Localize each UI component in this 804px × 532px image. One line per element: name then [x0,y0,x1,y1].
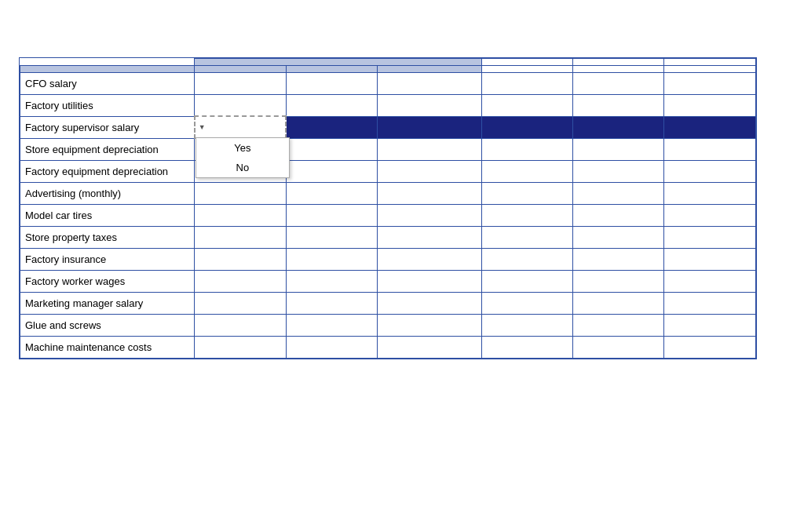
select-period-cost[interactable]: YesNo [481,314,572,336]
select-variable-cost[interactable]: YesNo [573,270,664,292]
select-period-cost[interactable]: YesNo [481,182,572,204]
select-input-direct-labor[interactable]: YesNo [287,293,377,314]
select-input-direct-materials[interactable]: YesNo [195,293,285,314]
select-input-fixed-cost[interactable]: YesNo [664,205,755,226]
select-input-fixed-cost[interactable]: YesNo [664,161,755,182]
select-input-variable-cost[interactable]: YesNo [573,73,663,94]
select-input-variable-cost[interactable]: YesNo [573,271,663,292]
select-period-cost[interactable]: YesNo [481,248,572,270]
select-direct-labor[interactable]: YesNo [286,204,377,226]
select-input-manufacturing-overhead[interactable]: YesNo [378,139,481,160]
select-input-manufacturing-overhead[interactable]: YesNo [378,183,481,204]
select-input-direct-materials[interactable]: YesNo [195,183,285,204]
select-fixed-cost[interactable] [664,116,756,138]
select-variable-cost[interactable]: YesNo [573,160,664,182]
select-input-period-cost[interactable]: YesNo [482,183,572,204]
select-input-variable-cost[interactable]: YesNo [573,139,663,160]
select-input-direct-materials[interactable]: YesNo [195,337,285,358]
select-direct-materials[interactable]: YesNo [195,336,286,358]
select-input-direct-labor[interactable]: YesNo [287,73,377,94]
select-input-manufacturing-overhead[interactable]: YesNo [378,227,481,248]
select-input-direct-labor[interactable]: YesNo [287,139,377,160]
select-fixed-cost[interactable]: YesNo [664,248,756,270]
select-direct-labor[interactable]: YesNo [286,94,377,116]
select-input-fixed-cost[interactable]: YesNo [664,183,755,204]
select-input-fixed-cost[interactable]: YesNo [664,315,755,336]
select-manufacturing-overhead[interactable]: YesNo [378,270,481,292]
select-direct-materials[interactable]: YesNo [195,94,286,116]
select-period-cost[interactable]: YesNo [481,270,572,292]
select-input-period-cost[interactable]: YesNo [482,293,572,314]
select-input-variable-cost[interactable]: YesNo [573,337,663,358]
select-direct-labor[interactable]: YesNo [286,138,377,160]
select-manufacturing-overhead[interactable] [378,116,481,138]
select-input-period-cost[interactable]: YesNo [482,249,572,270]
select-input-fixed-cost[interactable]: YesNo [664,73,755,94]
select-direct-materials[interactable]: YesNo [195,314,286,336]
select-input-variable-cost[interactable]: YesNo [573,95,663,116]
dropdown-option-yes[interactable]: Yes [196,138,289,158]
select-manufacturing-overhead[interactable]: YesNo [378,138,481,160]
select-input-direct-labor[interactable]: YesNo [287,227,377,248]
select-input-period-cost[interactable]: YesNo [482,95,572,116]
select-input-manufacturing-overhead[interactable]: YesNo [378,271,481,292]
select-input-period-cost[interactable]: YesNo [482,205,572,226]
select-variable-cost[interactable] [573,116,664,138]
select-input-direct-labor[interactable]: YesNo [287,183,377,204]
select-input-period-cost[interactable]: YesNo [482,73,572,94]
select-input-manufacturing-overhead[interactable]: YesNo [378,315,481,336]
select-direct-labor[interactable]: YesNo [286,248,377,270]
select-variable-cost[interactable]: YesNo [573,226,664,248]
select-fixed-cost[interactable]: YesNo [664,336,756,358]
select-input-direct-materials[interactable]: YesNo [195,227,285,248]
select-input-manufacturing-overhead[interactable]: YesNo [378,337,481,358]
select-direct-labor[interactable]: YesNo [286,182,377,204]
select-direct-labor[interactable]: YesNo [286,336,377,358]
select-direct-labor[interactable]: YesNo [286,72,377,94]
select-variable-cost[interactable]: YesNo [573,138,664,160]
select-input-period-cost[interactable]: YesNo [482,139,572,160]
select-input-direct-materials[interactable]: YesNo [195,95,285,116]
select-direct-labor[interactable]: YesNo [286,314,377,336]
select-fixed-cost[interactable]: YesNo [664,292,756,314]
select-input-direct-materials[interactable]: YesNo [195,249,285,270]
select-period-cost[interactable]: YesNo [481,204,572,226]
select-variable-cost[interactable]: YesNo [573,94,664,116]
select-input-fixed-cost[interactable]: YesNo [664,271,755,292]
select-input-direct-labor[interactable]: YesNo [287,337,377,358]
select-input-fixed-cost[interactable]: YesNo [664,95,755,116]
select-input-variable-cost[interactable]: YesNo [573,293,663,314]
select-input-variable-cost[interactable]: YesNo [573,249,663,270]
select-period-cost[interactable]: YesNo [481,72,572,94]
select-variable-cost[interactable]: YesNo [573,182,664,204]
select-input-manufacturing-overhead[interactable]: YesNo [378,73,481,94]
select-input-direct-labor[interactable]: YesNo [287,205,377,226]
select-variable-cost[interactable]: YesNo [573,314,664,336]
select-input-direct-labor[interactable]: YesNo [287,95,377,116]
select-fixed-cost[interactable]: YesNo [664,72,756,94]
select-period-cost[interactable] [481,116,572,138]
select-input-fixed-cost[interactable]: YesNo [664,293,755,314]
select-direct-materials[interactable]: YesNo [195,204,286,226]
select-input-fixed-cost[interactable]: YesNo [664,227,755,248]
dropdown-option-no[interactable]: No [196,158,289,177]
select-input-direct-labor[interactable]: YesNo [287,271,377,292]
select-input-direct-materials[interactable]: YesNo [195,271,285,292]
select-variable-cost[interactable]: YesNo [573,248,664,270]
select-period-cost[interactable]: YesNo [481,226,572,248]
select-period-cost[interactable]: YesNo [481,336,572,358]
select-input-manufacturing-overhead[interactable]: YesNo [378,205,481,226]
select-input-manufacturing-overhead[interactable]: YesNo [378,95,481,116]
select-input-variable-cost[interactable]: YesNo [573,315,663,336]
select-period-cost[interactable]: YesNo [481,292,572,314]
select-fixed-cost[interactable]: YesNo [664,204,756,226]
select-manufacturing-overhead[interactable]: YesNo [378,248,481,270]
select-direct-labor[interactable] [286,116,377,138]
select-direct-labor[interactable]: YesNo [286,226,377,248]
select-input-manufacturing-overhead[interactable]: YesNo [378,249,481,270]
select-input-variable-cost[interactable]: YesNo [573,227,663,248]
select-input-variable-cost[interactable]: YesNo [573,205,663,226]
select-direct-materials[interactable]: YesNo [195,292,286,314]
select-direct-materials[interactable]: YesNo [195,182,286,204]
select-manufacturing-overhead[interactable]: YesNo [378,94,481,116]
